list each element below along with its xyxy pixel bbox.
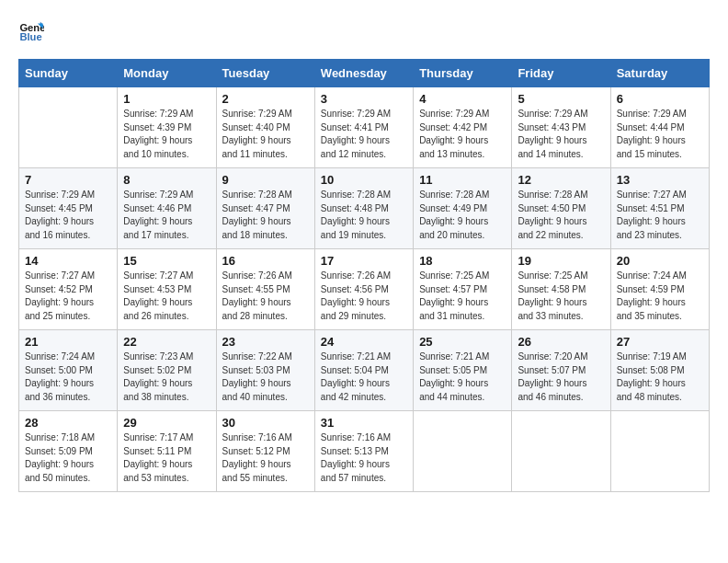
- calendar-day-cell: 18Sunrise: 7:25 AMSunset: 4:57 PMDayligh…: [414, 249, 512, 330]
- day-info: Sunrise: 7:29 AMSunset: 4:39 PMDaylight:…: [123, 108, 210, 161]
- day-number: 9: [222, 173, 309, 187]
- calendar-day-cell: 16Sunrise: 7:26 AMSunset: 4:55 PMDayligh…: [216, 249, 314, 330]
- calendar-day-cell: 3Sunrise: 7:29 AMSunset: 4:41 PMDaylight…: [314, 87, 413, 168]
- calendar-day-cell: 19Sunrise: 7:25 AMSunset: 4:58 PMDayligh…: [512, 249, 610, 330]
- weekday-header-wednesday: Wednesday: [314, 60, 413, 87]
- day-number: 1: [123, 92, 210, 106]
- day-info: Sunrise: 7:25 AMSunset: 4:57 PMDaylight:…: [419, 270, 506, 323]
- day-number: 31: [321, 416, 407, 430]
- calendar-day-cell: 11Sunrise: 7:28 AMSunset: 4:49 PMDayligh…: [414, 168, 512, 249]
- day-number: 25: [419, 335, 506, 349]
- weekday-header-sunday: Sunday: [19, 60, 118, 87]
- day-number: 5: [518, 92, 604, 106]
- day-number: 7: [25, 173, 111, 187]
- day-number: 18: [419, 254, 506, 268]
- calendar-week-row: 7Sunrise: 7:29 AMSunset: 4:45 PMDaylight…: [19, 168, 710, 249]
- calendar-day-cell: 15Sunrise: 7:27 AMSunset: 4:53 PMDayligh…: [118, 249, 216, 330]
- day-number: 12: [518, 173, 604, 187]
- calendar-table: SundayMondayTuesdayWednesdayThursdayFrid…: [18, 59, 710, 492]
- day-number: 23: [222, 335, 309, 349]
- calendar-week-row: 28Sunrise: 7:18 AMSunset: 5:09 PMDayligh…: [19, 411, 710, 492]
- calendar-day-cell: 10Sunrise: 7:28 AMSunset: 4:48 PMDayligh…: [314, 168, 413, 249]
- day-number: 30: [222, 416, 309, 430]
- day-info: Sunrise: 7:27 AMSunset: 4:51 PMDaylight:…: [617, 189, 703, 242]
- day-info: Sunrise: 7:24 AMSunset: 5:00 PMDaylight:…: [25, 350, 111, 404]
- calendar-day-cell: 8Sunrise: 7:29 AMSunset: 4:46 PMDaylight…: [118, 168, 216, 249]
- calendar-day-cell: [512, 411, 610, 492]
- calendar-day-cell: 27Sunrise: 7:19 AMSunset: 5:08 PMDayligh…: [610, 330, 709, 411]
- day-info: Sunrise: 7:21 AMSunset: 5:04 PMDaylight:…: [321, 350, 407, 404]
- calendar-day-cell: 30Sunrise: 7:16 AMSunset: 5:12 PMDayligh…: [216, 411, 314, 492]
- day-info: Sunrise: 7:26 AMSunset: 4:56 PMDaylight:…: [321, 270, 407, 323]
- day-info: Sunrise: 7:27 AMSunset: 4:53 PMDaylight:…: [123, 270, 210, 323]
- day-number: 10: [321, 173, 407, 187]
- day-info: Sunrise: 7:19 AMSunset: 5:08 PMDaylight:…: [617, 350, 703, 404]
- calendar-day-cell: 21Sunrise: 7:24 AMSunset: 5:00 PMDayligh…: [19, 330, 118, 411]
- weekday-header-tuesday: Tuesday: [216, 60, 314, 87]
- calendar-day-cell: 29Sunrise: 7:17 AMSunset: 5:11 PMDayligh…: [118, 411, 216, 492]
- day-number: 27: [617, 335, 703, 349]
- weekday-header-thursday: Thursday: [414, 60, 512, 87]
- calendar-day-cell: 17Sunrise: 7:26 AMSunset: 4:56 PMDayligh…: [314, 249, 413, 330]
- day-info: Sunrise: 7:22 AMSunset: 5:03 PMDaylight:…: [222, 350, 309, 404]
- day-number: 26: [518, 335, 604, 349]
- calendar-day-cell: 28Sunrise: 7:18 AMSunset: 5:09 PMDayligh…: [19, 411, 118, 492]
- day-number: 19: [518, 254, 604, 268]
- day-info: Sunrise: 7:16 AMSunset: 5:12 PMDaylight:…: [222, 431, 309, 485]
- day-number: 14: [25, 254, 111, 268]
- day-number: 2: [222, 92, 309, 106]
- day-number: 13: [617, 173, 703, 187]
- day-info: Sunrise: 7:29 AMSunset: 4:44 PMDaylight:…: [617, 108, 703, 161]
- calendar-day-cell: 23Sunrise: 7:22 AMSunset: 5:03 PMDayligh…: [216, 330, 314, 411]
- day-info: Sunrise: 7:25 AMSunset: 4:58 PMDaylight:…: [518, 270, 604, 323]
- day-info: Sunrise: 7:20 AMSunset: 5:07 PMDaylight:…: [518, 350, 604, 404]
- day-info: Sunrise: 7:28 AMSunset: 4:50 PMDaylight:…: [518, 189, 604, 242]
- calendar-day-cell: [19, 87, 118, 168]
- day-number: 8: [123, 173, 210, 187]
- day-info: Sunrise: 7:29 AMSunset: 4:40 PMDaylight:…: [222, 108, 309, 161]
- day-info: Sunrise: 7:21 AMSunset: 5:05 PMDaylight:…: [419, 350, 506, 404]
- day-info: Sunrise: 7:17 AMSunset: 5:11 PMDaylight:…: [123, 431, 210, 485]
- logo-icon: General Blue: [18, 18, 44, 44]
- day-info: Sunrise: 7:24 AMSunset: 4:59 PMDaylight:…: [617, 270, 703, 323]
- calendar-week-row: 1Sunrise: 7:29 AMSunset: 4:39 PMDaylight…: [19, 87, 710, 168]
- day-info: Sunrise: 7:29 AMSunset: 4:46 PMDaylight:…: [123, 189, 210, 242]
- calendar-day-cell: 5Sunrise: 7:29 AMSunset: 4:43 PMDaylight…: [512, 87, 610, 168]
- day-info: Sunrise: 7:29 AMSunset: 4:41 PMDaylight:…: [321, 108, 407, 161]
- day-number: 4: [419, 92, 506, 106]
- calendar-day-cell: 7Sunrise: 7:29 AMSunset: 4:45 PMDaylight…: [19, 168, 118, 249]
- calendar-day-cell: 26Sunrise: 7:20 AMSunset: 5:07 PMDayligh…: [512, 330, 610, 411]
- day-number: 28: [25, 416, 111, 430]
- day-info: Sunrise: 7:27 AMSunset: 4:52 PMDaylight:…: [25, 270, 111, 323]
- svg-text:Blue: Blue: [19, 31, 41, 42]
- calendar-week-row: 14Sunrise: 7:27 AMSunset: 4:52 PMDayligh…: [19, 249, 710, 330]
- calendar-day-cell: 31Sunrise: 7:16 AMSunset: 5:13 PMDayligh…: [314, 411, 413, 492]
- calendar-day-cell: 4Sunrise: 7:29 AMSunset: 4:42 PMDaylight…: [414, 87, 512, 168]
- day-info: Sunrise: 7:18 AMSunset: 5:09 PMDaylight:…: [25, 431, 111, 485]
- day-info: Sunrise: 7:28 AMSunset: 4:49 PMDaylight:…: [419, 189, 506, 242]
- calendar-day-cell: 14Sunrise: 7:27 AMSunset: 4:52 PMDayligh…: [19, 249, 118, 330]
- day-number: 17: [321, 254, 407, 268]
- calendar-day-cell: 12Sunrise: 7:28 AMSunset: 4:50 PMDayligh…: [512, 168, 610, 249]
- page-header: General Blue: [18, 18, 710, 44]
- day-number: 29: [123, 416, 210, 430]
- calendar-week-row: 21Sunrise: 7:24 AMSunset: 5:00 PMDayligh…: [19, 330, 710, 411]
- weekday-header-row: SundayMondayTuesdayWednesdayThursdayFrid…: [19, 60, 710, 87]
- day-number: 15: [123, 254, 210, 268]
- day-number: 22: [123, 335, 210, 349]
- calendar-day-cell: [414, 411, 512, 492]
- calendar-day-cell: 1Sunrise: 7:29 AMSunset: 4:39 PMDaylight…: [118, 87, 216, 168]
- day-info: Sunrise: 7:23 AMSunset: 5:02 PMDaylight:…: [123, 350, 210, 404]
- calendar-day-cell: [610, 411, 709, 492]
- calendar-day-cell: 13Sunrise: 7:27 AMSunset: 4:51 PMDayligh…: [610, 168, 709, 249]
- day-info: Sunrise: 7:28 AMSunset: 4:48 PMDaylight:…: [321, 189, 407, 242]
- day-number: 16: [222, 254, 309, 268]
- day-info: Sunrise: 7:29 AMSunset: 4:42 PMDaylight:…: [419, 108, 506, 161]
- weekday-header-monday: Monday: [118, 60, 216, 87]
- day-number: 21: [25, 335, 111, 349]
- day-info: Sunrise: 7:29 AMSunset: 4:43 PMDaylight:…: [518, 108, 604, 161]
- day-info: Sunrise: 7:16 AMSunset: 5:13 PMDaylight:…: [321, 431, 407, 485]
- calendar-day-cell: 20Sunrise: 7:24 AMSunset: 4:59 PMDayligh…: [610, 249, 709, 330]
- day-number: 24: [321, 335, 407, 349]
- day-number: 11: [419, 173, 506, 187]
